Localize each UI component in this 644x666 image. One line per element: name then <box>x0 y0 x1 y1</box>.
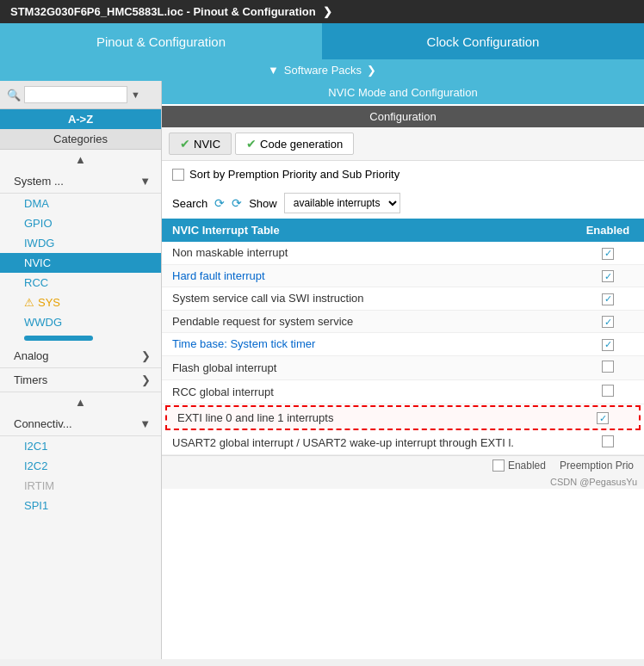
sidebar-item-wwdg[interactable]: WWDG <box>0 312 161 332</box>
interrupt-3-checkbox[interactable] <box>602 316 614 328</box>
table-row: RCC global interrupt <box>162 380 644 404</box>
expand-system-icon: ▼ <box>139 175 151 188</box>
preemption-label: Preemption Prio <box>560 459 634 472</box>
sidebar-search-bar: 🔍 ▼ <box>0 81 161 109</box>
content-area: NVIC Mode and Configuration Configuratio… <box>162 81 644 659</box>
enabled-checkbox[interactable] <box>492 459 505 472</box>
sidebar-categories-button[interactable]: Categories <box>0 129 161 150</box>
software-packs-bar[interactable]: ▼ Software Packs ❯ <box>0 59 644 81</box>
nvic-table-header: NVIC Interrupt Table Enabled <box>162 219 644 242</box>
table-row: Pendable request for system service <box>162 311 644 334</box>
sidebar: 🔍 ▼ A->Z Categories ▲ System ... ▼ DMA G… <box>0 81 162 659</box>
tab-pinout[interactable]: Pinout & Configuration <box>0 23 322 59</box>
table-row: Non maskable interrupt <box>162 242 644 265</box>
title-text: STM32G030F6P6_HMC5883L.ioc - Pinout & Co… <box>10 5 316 18</box>
nvic-check-icon: ✔ <box>180 137 190 151</box>
sidebar-item-i2c1[interactable]: I2C1 <box>0 436 161 456</box>
sidebar-item-irtim[interactable]: IRTIM <box>0 476 161 496</box>
codegen-check-icon: ✔ <box>246 137 257 151</box>
table-row: System service call via SWI instruction <box>162 287 644 311</box>
top-tabs: Pinout & Configuration Clock Configurati… <box>0 23 644 59</box>
refresh-left-icon[interactable]: ⟳ <box>214 196 225 210</box>
interrupt-8-checkbox[interactable] <box>602 435 614 447</box>
sidebar-section-analog[interactable]: Analog ❯ <box>0 344 161 368</box>
connectivity-section-up-arrow[interactable]: ▲ <box>0 392 161 412</box>
sidebar-az-button[interactable]: A->Z <box>0 109 161 129</box>
warning-icon: ⚠ <box>24 296 34 309</box>
config-tabs: ✔ NVIC ✔ Code generation <box>162 127 644 161</box>
title-chevron: ❯ <box>323 5 332 18</box>
sidebar-progress-bar <box>24 336 93 341</box>
config-tab-nvic[interactable]: ✔ NVIC <box>169 133 232 155</box>
search-row: Search ⟳ ⟳ Show available interrupts all… <box>162 188 644 219</box>
interrupt-0-checkbox[interactable] <box>602 248 614 260</box>
search-icon: 🔍 <box>7 89 21 102</box>
search-label: Search <box>172 197 207 210</box>
watermark: CSDN @PegasusYu <box>162 475 644 489</box>
show-label: Show <box>249 197 277 210</box>
interrupt-6-checkbox[interactable] <box>602 385 614 397</box>
sidebar-item-spi1[interactable]: SPI1 <box>0 496 161 515</box>
sidebar-section-system[interactable]: System ... ▼ <box>0 170 161 194</box>
bottom-status-bar: Enabled Preemption Prio <box>162 455 644 475</box>
sidebar-section-timers[interactable]: Timers ❯ <box>0 368 161 392</box>
sidebar-item-i2c2[interactable]: I2C2 <box>0 456 161 476</box>
interrupt-5-checkbox[interactable] <box>602 361 614 373</box>
sort-checkbox[interactable] <box>172 169 184 181</box>
interrupt-2-checkbox[interactable] <box>602 293 614 305</box>
interrupt-7-checkbox[interactable] <box>597 412 609 424</box>
title-bar: STM32G030F6P6_HMC5883L.ioc - Pinout & Co… <box>0 0 644 23</box>
software-packs-label: Software Packs <box>284 64 362 77</box>
table-row: Hard fault interrupt <box>162 265 644 288</box>
expand-timers-icon: ❯ <box>141 373 151 386</box>
main-layout: 🔍 ▼ A->Z Categories ▲ System ... ▼ DMA G… <box>0 81 644 659</box>
arrow-down-icon: ▼ <box>268 64 279 77</box>
tab-clock[interactable]: Clock Configuration <box>322 23 644 59</box>
table-row: USART2 global interrupt / USART2 wake-up… <box>162 431 644 455</box>
expand-connectivity-icon: ▼ <box>139 417 151 430</box>
arrow-right-icon: ❯ <box>367 64 376 77</box>
nvic-mode-header: NVIC Mode and Configuration <box>162 81 644 104</box>
config-section-header: Configuration <box>162 106 644 127</box>
enabled-status: Enabled <box>492 459 546 472</box>
sidebar-item-sys[interactable]: ⚠ SYS <box>0 293 161 312</box>
sidebar-item-nvic[interactable]: NVIC <box>0 253 161 273</box>
sidebar-item-dma[interactable]: DMA <box>0 194 161 213</box>
sort-option-row: Sort by Premption Priority and Sub Prior… <box>162 161 644 188</box>
expand-analog-icon: ❯ <box>141 349 151 362</box>
table-row: Flash global interrupt <box>162 356 644 380</box>
sidebar-item-iwdg[interactable]: IWDG <box>0 233 161 253</box>
search-input[interactable] <box>24 86 127 103</box>
show-select[interactable]: available interrupts all interrupts enab… <box>284 193 400 213</box>
sidebar-item-gpio[interactable]: GPIO <box>0 213 161 233</box>
table-row-selected[interactable]: EXTI line 0 and line 1 interrupts <box>165 405 641 431</box>
table-row: Time base: System tick timer <box>162 333 644 356</box>
sidebar-item-rcc[interactable]: RCC <box>0 273 161 293</box>
interrupt-4-checkbox[interactable] <box>602 339 614 351</box>
sidebar-section-connectivity[interactable]: Connectiv... ▼ <box>0 412 161 436</box>
dropdown-arrow-icon[interactable]: ▼ <box>131 89 140 100</box>
refresh-right-icon[interactable]: ⟳ <box>232 196 242 210</box>
system-section-up-arrow[interactable]: ▲ <box>0 150 161 170</box>
interrupt-1-checkbox[interactable] <box>602 270 614 282</box>
config-tab-codegen[interactable]: ✔ Code generation <box>235 133 354 155</box>
